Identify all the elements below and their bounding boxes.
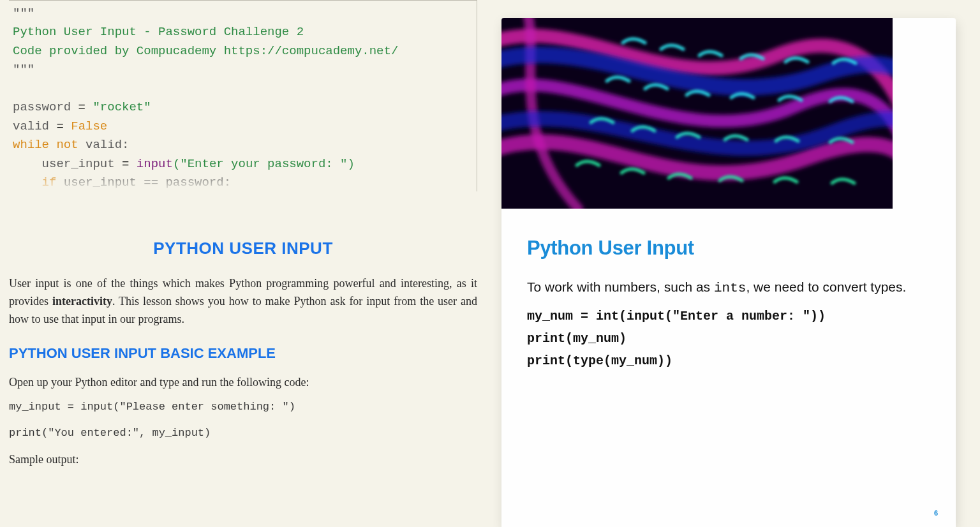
left-column: """ Python User Input - Password Challen… [0,0,490,527]
code-comment-line-2: Code provided by Compucademy https://com… [13,44,398,58]
slide-title: Python User Input [527,237,930,260]
code-input-prompt: ("Enter your password: ") [173,157,355,171]
code-not: not [56,138,78,152]
left-code-line-1: my_input = input("Please enter something… [9,401,477,413]
left-intro-paragraph: User input is one of the things which ma… [9,275,477,329]
code-input-builtin: input [137,157,173,171]
code-false: False [71,119,107,133]
slide-page-number: 6 [934,509,938,517]
code-while: while [13,138,49,152]
slide-text: To work with numbers, such as ints, we n… [527,278,930,297]
slide-code-line-3: print(type(my_num)) [527,353,930,368]
slide-code-line-1: my_num = int(input("Enter a number: ")) [527,309,930,323]
slide-text-ints: ints [714,281,746,295]
code-snippet-box: """ Python User Input - Password Challen… [9,0,477,191]
left-heading: PYTHON USER INPUT [9,239,477,258]
right-column: Python User Input To work with numbers, … [490,0,980,527]
left-sample-output-label: Sample output: [9,453,477,466]
code-valid-cond: valid: [85,138,129,152]
slide-body: Python User Input To work with numbers, … [501,209,956,527]
code-comment-line-1: Python User Input - Password Challenge 2 [13,25,304,39]
code-password-value: "rocket" [93,100,151,114]
left-code-line-2: print("You entered:", my_input) [9,427,477,439]
code-triple-quote-close: """ [13,63,34,77]
code-password-var: password [13,100,71,114]
code-if-cond: user_input == password: [64,175,231,189]
code-user-input-var: user_input [42,157,115,171]
left-subheading: PYTHON USER INPUT BASIC EXAMPLE [9,345,477,362]
slide-card: Python User Input To work with numbers, … [501,18,956,527]
neon-lights-image [501,18,893,209]
code-triple-quote-open: """ [13,6,34,20]
slide-text-part-b: , we need to convert types. [746,279,906,294]
slide-text-part-a: To work with numbers, such as [527,279,714,294]
slide-code-line-2: print(my_num) [527,331,930,346]
code-if: if [42,175,57,189]
code-valid-var: valid [13,119,49,133]
left-open-line: Open up your Python editor and type and … [9,376,477,389]
